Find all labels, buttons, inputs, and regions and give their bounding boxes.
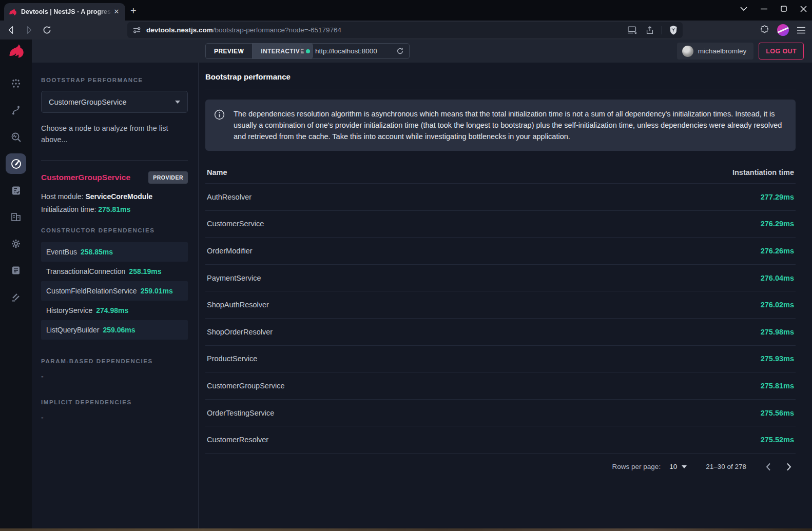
table-row[interactable]: ShopAuthResolver276.02ms xyxy=(205,291,796,319)
nav-item-tools[interactable] xyxy=(6,287,26,307)
browser-menu-icon[interactable] xyxy=(797,27,806,34)
logout-button[interactable]: LOG OUT xyxy=(759,43,804,60)
tools-icon xyxy=(10,291,22,303)
host-module-row: Host module: ServiceCoreModule xyxy=(41,192,188,201)
connection-status-dot xyxy=(306,49,310,53)
nav-item-insights[interactable] xyxy=(6,127,26,147)
close-window-button[interactable] xyxy=(800,6,807,12)
divider xyxy=(662,26,662,34)
tab-close-icon[interactable]: ✕ xyxy=(112,7,121,16)
target-url: http://localhost:8000 xyxy=(315,47,377,55)
target-url-box[interactable]: http://localhost:8000 xyxy=(300,43,410,59)
constructor-deps-list: EventBus258.85ms TransactionalConnection… xyxy=(41,242,188,340)
table-row[interactable]: CustomerGroupService275.81ms xyxy=(205,372,796,400)
preview-tab[interactable]: PREVIEW xyxy=(206,44,252,58)
performance-table: Name Instantiation time AuthResolver277.… xyxy=(205,162,796,454)
address-bar[interactable]: devtools.nestjs.com/bootstrap-performanc… xyxy=(127,22,683,38)
info-icon xyxy=(214,109,225,120)
table-row[interactable]: ShopOrderResolver275.98ms xyxy=(205,319,796,346)
table-row[interactable]: ProductService275.93ms xyxy=(205,346,796,373)
column-name: Name xyxy=(207,168,227,176)
table-row[interactable]: CustomerService276.29ms xyxy=(205,211,796,238)
selected-node-name: CustomerGroupService xyxy=(41,173,130,182)
implicit-deps-title: IMPLICIT DEPENDENCIES xyxy=(41,399,188,405)
nestjs-favicon xyxy=(8,8,17,16)
page-title: Bootstrap performance xyxy=(205,63,796,89)
next-page-button[interactable] xyxy=(782,460,796,474)
browser-window: Devtools | NestJS - A progressive ✕ + de… xyxy=(0,0,812,531)
url-text[interactable]: devtools.nestjs.com/bootstrap-performanc… xyxy=(146,26,341,34)
column-instantiation-time: Instantiation time xyxy=(732,168,794,176)
node-panel: BOOTSTRAP PERFORMANCE CustomerGroupServi… xyxy=(32,63,199,528)
node-select-value: CustomerGroupService xyxy=(49,98,127,106)
nav-item-modules[interactable] xyxy=(6,207,26,227)
chevron-down-icon xyxy=(682,465,687,468)
tab-search-chevron-icon[interactable] xyxy=(740,7,747,11)
forward-button[interactable] xyxy=(24,25,34,35)
table-row[interactable]: AuthResolver277.29ms xyxy=(205,184,796,211)
divider xyxy=(41,160,188,161)
brave-shield-icon[interactable] xyxy=(669,25,678,35)
dep-item[interactable]: HistoryService274.98ms xyxy=(41,301,188,320)
graph-icon xyxy=(10,78,22,89)
chevron-down-icon xyxy=(175,101,180,104)
page-range: 21–30 of 278 xyxy=(706,463,746,470)
table-row[interactable]: OrderModifier276.26ms xyxy=(205,238,796,265)
send-to-devices-icon[interactable] xyxy=(628,26,638,34)
share-icon[interactable] xyxy=(645,26,654,35)
nav-item-audit[interactable] xyxy=(6,180,26,201)
user-chip[interactable]: michaelbromley xyxy=(677,43,754,60)
previous-page-button[interactable] xyxy=(762,460,775,474)
site-settings-icon[interactable] xyxy=(132,26,141,34)
init-time-row: Initialization time: 275.81ms xyxy=(41,205,188,213)
browser-tab[interactable]: Devtools | NestJS - A progressive ✕ xyxy=(4,3,125,21)
nav-item-graph[interactable] xyxy=(6,73,26,94)
dep-item[interactable]: CustomFieldRelationService259.01ms xyxy=(41,281,188,301)
docs-icon xyxy=(11,265,21,276)
dep-item[interactable]: EventBus258.85ms xyxy=(41,242,188,262)
nav-item-docs[interactable] xyxy=(6,260,26,281)
browser-profile-avatar[interactable] xyxy=(777,24,789,36)
rows-per-page-label: Rows per page: xyxy=(612,463,661,470)
provider-badge: PROVIDER xyxy=(148,171,188,184)
table-row[interactable]: PaymentService276.04ms xyxy=(205,265,796,292)
user-name: michaelbromley xyxy=(698,47,747,55)
init-time-value: 275.81ms xyxy=(98,205,130,213)
table-row[interactable]: OrderTestingService275.56ms xyxy=(205,400,796,427)
dep-item[interactable]: TransactionalConnection258.19ms xyxy=(41,262,188,281)
param-deps-title: PARAM-BASED DEPENDENCIES xyxy=(41,358,188,364)
modules-building-icon xyxy=(10,211,22,223)
extensions-icon[interactable] xyxy=(760,25,769,35)
info-text: The dependencies resolution algorithm is… xyxy=(234,108,786,142)
mode-toggle: PREVIEW INTERACTIVE xyxy=(205,43,313,59)
nav-item-bootstrap-performance[interactable] xyxy=(6,153,26,174)
new-tab-button[interactable]: + xyxy=(130,6,137,16)
maximize-button[interactable] xyxy=(781,6,787,12)
tab-title: Devtools | NestJS - A progressive xyxy=(21,8,112,15)
info-banner: The dependencies resolution algorithm is… xyxy=(205,100,796,151)
panel-hint: Choose a node to analyze from the list a… xyxy=(41,123,169,145)
main-content: Bootstrap performance The dependencies r… xyxy=(199,63,812,528)
target-reload-icon[interactable] xyxy=(396,47,404,55)
nav-item-routes[interactable] xyxy=(6,100,26,121)
panel-title: BOOTSTRAP PERFORMANCE xyxy=(41,77,188,83)
host-module-value: ServiceCoreModule xyxy=(85,192,152,201)
tab-strip: Devtools | NestJS - A progressive ✕ + xyxy=(0,0,812,21)
table-row[interactable]: CustomerResolver275.52ms xyxy=(205,426,796,454)
nav-item-settings[interactable] xyxy=(6,233,26,254)
constructor-deps-title: CONSTRUCTOR DEPENDENCIES xyxy=(41,227,188,233)
audit-checklist-icon xyxy=(11,185,22,196)
desktop-wallpaper-strip xyxy=(0,528,812,531)
back-button[interactable] xyxy=(6,25,16,35)
app-header: PREVIEW INTERACTIVE http://localhost:800… xyxy=(32,40,812,63)
rows-per-page-select[interactable]: 10 xyxy=(669,463,687,470)
nav-rail xyxy=(0,40,32,528)
param-deps-empty: - xyxy=(41,372,188,381)
dep-item[interactable]: ListQueryBuilder259.06ms xyxy=(41,320,188,340)
reload-button[interactable] xyxy=(42,25,52,35)
browser-toolbar: devtools.nestjs.com/bootstrap-performanc… xyxy=(0,21,812,40)
settings-gear-icon xyxy=(10,238,22,249)
node-select[interactable]: CustomerGroupService xyxy=(41,91,188,113)
performance-gauge-icon xyxy=(10,158,22,170)
minimize-button[interactable] xyxy=(761,6,767,12)
